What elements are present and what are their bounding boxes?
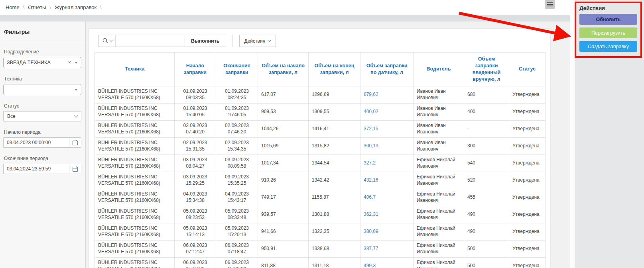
chevron-down-icon[interactable] <box>75 89 78 91</box>
table-row[interactable]: BÜHLER INDUSTRIES INC VERSATILE 570 (216… <box>95 240 546 257</box>
search-icon[interactable] <box>99 35 116 47</box>
sensor-volume-link[interactable]: 327,2 <box>364 160 376 166</box>
sensor-volume-link[interactable]: 406,7 <box>364 194 376 200</box>
cell-driver: Ефимов Николай Иванович <box>414 257 464 268</box>
sensor-volume-link[interactable]: 679,62 <box>364 92 378 97</box>
col-header-vol-manual[interactable]: Объем заправки введенный вручную, л <box>464 53 509 86</box>
cell-vol-start: 909,53 <box>258 103 309 120</box>
drawer-gutter <box>570 0 575 268</box>
sensor-volume-link[interactable]: 499,3 <box>364 263 376 268</box>
cell-driver: Иванов Иван Иванович <box>414 137 464 155</box>
cell-status: Утверждена <box>509 172 546 189</box>
cell-vol-sensor: 327,2 <box>360 155 414 172</box>
calendar-icon[interactable] <box>69 138 81 147</box>
search-group: Выполнить <box>98 35 226 47</box>
toolbar-divider <box>232 35 233 47</box>
table-row[interactable]: BÜHLER INDUSTRIES INC VERSATILE 570 (216… <box>95 257 546 268</box>
col-header-tech[interactable]: Техника <box>95 53 175 86</box>
col-header-vol-end[interactable]: Объем на конец заправки, л <box>309 53 360 86</box>
chevron-down-icon[interactable] <box>75 62 78 64</box>
cell-vol-sensor: 380,69 <box>360 223 414 240</box>
col-header-start[interactable]: Начало заправки <box>175 53 216 86</box>
breadcrumb-refuel-journal[interactable]: Журнал заправок <box>55 4 97 10</box>
col-header-vol-start[interactable]: Объем на начало заправки, л <box>258 53 309 86</box>
menu-hamburger-icon[interactable] <box>545 0 555 9</box>
cell-vol-manual: 680 <box>464 86 509 103</box>
cell-vol-sensor: 362,31 <box>360 206 414 223</box>
clear-icon[interactable]: × <box>68 60 71 65</box>
cell-vol-sensor: 406,7 <box>360 189 414 206</box>
cell-status: Утверждена <box>509 257 546 268</box>
cell-tech: BÜHLER INDUSTRIES INC VERSATILE 570 (216… <box>95 103 175 120</box>
calendar-icon[interactable] <box>69 164 81 174</box>
cell-end: 03.09.2023 15:35:25 <box>216 172 258 189</box>
cell-end: 05.09.2023 15:20:13 <box>216 223 258 240</box>
cell-status: Утверждена <box>509 206 546 223</box>
cell-tech: BÜHLER INDUSTRIES INC VERSATILE 570 (216… <box>95 155 175 172</box>
search-input[interactable] <box>116 35 185 47</box>
breadcrumb-reports[interactable]: Отчеты <box>28 4 46 10</box>
table-row[interactable]: BÜHLER INDUSTRIES INC VERSATILE 570 (216… <box>95 120 546 137</box>
cell-status: Утверждена <box>509 86 546 103</box>
cell-vol-start: 811,88 <box>258 257 309 268</box>
sensor-volume-link[interactable]: 387,77 <box>364 246 378 251</box>
sensor-volume-link[interactable]: 380,69 <box>364 229 378 234</box>
sensor-volume-link[interactable]: 372,15 <box>364 126 378 131</box>
period-start-label: Начало периода <box>3 129 81 135</box>
actions-dropdown-button[interactable]: Действия <box>239 35 276 47</box>
col-header-end[interactable]: Окончание заправки <box>216 53 258 86</box>
cell-driver: Ефимов Николай Иванович <box>414 206 464 223</box>
cell-driver: Ефимов Николай Иванович <box>414 223 464 240</box>
chevron-down-icon <box>110 39 112 42</box>
period-end-label: Окончание периода <box>3 156 81 161</box>
breadcrumb: Home \ Отчеты \ Журнал заправок \ <box>0 0 570 15</box>
period-end-input[interactable] <box>4 164 69 174</box>
cell-vol-sensor: 387,77 <box>360 240 414 257</box>
cell-vol-start: 1017,34 <box>258 155 309 172</box>
sensor-volume-link[interactable]: 300,13 <box>364 143 378 149</box>
technic-combobox[interactable] <box>3 84 81 95</box>
subdivision-combobox[interactable]: ЗВЕЗДА ТЕХНИКА × <box>3 57 81 68</box>
period-start-input[interactable] <box>4 138 69 147</box>
create-refuel-button[interactable]: Создать заправку <box>579 41 637 52</box>
col-header-vol-sensor[interactable]: Объем заправки по датчику, л <box>360 53 414 86</box>
sensor-volume-link[interactable]: 362,31 <box>364 211 378 217</box>
cell-start: 03.09.2023 15:29:25 <box>175 172 216 189</box>
cell-vol-manual: - <box>464 120 509 137</box>
table-row[interactable]: BÜHLER INDUSTRIES INC VERSATILE 570 (216… <box>95 189 546 206</box>
cell-driver: Ефимов Николай Иванович <box>414 189 464 206</box>
table-row[interactable]: BÜHLER INDUSTRIES INC VERSATILE 570 (216… <box>95 86 546 103</box>
technic-label: Техника <box>3 76 81 82</box>
table-row[interactable]: BÜHLER INDUSTRIES INC VERSATILE 570 (216… <box>95 223 546 240</box>
execute-button[interactable]: Выполнить <box>185 35 226 47</box>
cell-vol-end: 1342,42 <box>309 172 360 189</box>
cell-vol-end: 1322,35 <box>309 223 360 240</box>
status-select[interactable]: Все <box>3 111 81 121</box>
cell-start: 05.09.2023 15:14:13 <box>175 223 216 240</box>
col-header-driver[interactable]: Водитель <box>414 53 464 86</box>
cell-end: 06.09.2023 07:18:47 <box>216 240 258 257</box>
col-header-status[interactable]: Статус <box>509 53 546 86</box>
chevron-down-icon <box>74 113 78 117</box>
cell-tech: BÜHLER INDUSTRIES INC VERSATILE 570 (216… <box>95 137 175 155</box>
reload-button[interactable]: Перезагрузить <box>579 27 637 38</box>
table-row[interactable]: BÜHLER INDUSTRIES INC VERSATILE 570 (216… <box>95 155 546 172</box>
refresh-button[interactable]: Обновить <box>579 14 637 25</box>
cell-vol-end: 1311,18 <box>309 257 360 268</box>
cell-tech: BÜHLER INDUSTRIES INC VERSATILE 570 (216… <box>95 120 175 137</box>
table-row[interactable]: BÜHLER INDUSTRIES INC VERSATILE 570 (216… <box>95 103 546 120</box>
table-toolbar: Выполнить Действия <box>89 29 550 52</box>
cell-start: 02.09.2023 07:40:20 <box>175 120 216 137</box>
cell-vol-end: 1301,88 <box>309 206 360 223</box>
table-row[interactable]: BÜHLER INDUSTRIES INC VERSATILE 570 (216… <box>95 172 546 189</box>
cell-driver: Ефимов Николай Иванович <box>414 155 464 172</box>
table-row[interactable]: BÜHLER INDUSTRIES INC VERSATILE 570 (216… <box>95 137 546 155</box>
sensor-volume-link[interactable]: 432,16 <box>364 177 378 183</box>
cell-start: 01.09.2023 08:03:35 <box>175 86 216 103</box>
breadcrumb-home[interactable]: Home <box>6 4 20 10</box>
actions-panel-highlighted: Действия Обновить Перезагрузить Создать … <box>575 2 642 58</box>
cell-vol-manual: 500 <box>464 240 509 257</box>
table-row[interactable]: BÜHLER INDUSTRIES INC VERSATILE 570 (216… <box>95 206 546 223</box>
sensor-volume-link[interactable]: 400,02 <box>364 109 378 114</box>
cell-driver: Ефимов Николай Иванович <box>414 240 464 257</box>
